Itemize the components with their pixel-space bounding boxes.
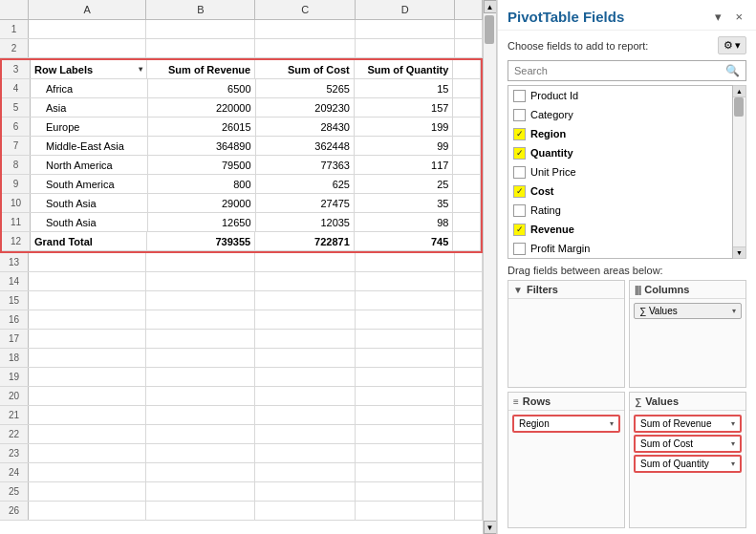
cell-6c[interactable]: 28430 — [256, 117, 355, 136]
cell-14b[interactable] — [146, 272, 255, 290]
cell-16b[interactable] — [146, 310, 255, 329]
area-filters-content[interactable] — [508, 299, 624, 387]
panel-settings-btn[interactable]: ▾ — [711, 8, 725, 26]
field-checkbox-category[interactable] — [513, 109, 526, 121]
cell-20b[interactable] — [146, 387, 255, 405]
cell-23c[interactable] — [255, 444, 355, 462]
cell-6a[interactable]: Europe — [31, 117, 148, 136]
cell-3c[interactable]: Sum of Cost — [255, 60, 355, 78]
cell-1a[interactable] — [29, 20, 146, 38]
values-pill-quantity[interactable]: Sum of Quantity ▾ — [634, 455, 742, 473]
cell-3a[interactable]: Row Labels ▾ — [31, 60, 147, 78]
cell-14c[interactable] — [255, 272, 355, 290]
row-labels-dropdown-icon[interactable]: ▾ — [139, 60, 142, 78]
cell-17a[interactable] — [29, 330, 146, 348]
cell-13c[interactable] — [255, 253, 355, 271]
values-quantity-dropdown-icon[interactable]: ▾ — [731, 459, 735, 468]
cell-5c[interactable]: 209230 — [256, 98, 355, 117]
cell-1d[interactable] — [356, 20, 455, 38]
cell-21b[interactable] — [146, 406, 255, 424]
cell-24d[interactable] — [356, 463, 455, 481]
cell-6b[interactable]: 26015 — [148, 117, 256, 136]
cell-20c[interactable] — [255, 387, 355, 405]
cell-7a[interactable]: Middle-East Asia — [31, 137, 148, 155]
cell-26c[interactable] — [255, 502, 355, 520]
panel-scroll-up-btn[interactable]: ▲ — [733, 86, 745, 97]
panel-close-btn[interactable]: × — [731, 8, 746, 26]
cell-17b[interactable] — [146, 330, 255, 348]
cell-26d[interactable] — [356, 502, 455, 520]
cell-12a[interactable]: Grand Total — [31, 232, 147, 250]
cell-22a[interactable] — [29, 425, 146, 443]
field-checkbox-unit-price[interactable] — [513, 166, 526, 179]
field-checkbox-rating[interactable] — [513, 204, 526, 217]
panel-fields-scrollbar[interactable]: ▲ ▼ — [733, 85, 746, 259]
values-cost-dropdown-icon[interactable]: ▾ — [731, 439, 735, 448]
cell-4b[interactable]: 6500 — [148, 79, 256, 97]
col-header-c[interactable]: C — [255, 0, 356, 19]
panel-scroll-down-btn[interactable]: ▼ — [733, 246, 745, 258]
cell-8d[interactable]: 117 — [355, 156, 453, 174]
cell-13d[interactable] — [356, 253, 455, 271]
field-item-profit-margin[interactable]: Profit Margin — [508, 239, 732, 258]
cell-24c[interactable] — [255, 463, 355, 481]
cell-12d[interactable]: 745 — [355, 232, 454, 250]
cell-11c[interactable]: 12035 — [256, 213, 355, 231]
cell-22d[interactable] — [356, 425, 455, 443]
field-item-cost[interactable]: Cost — [508, 182, 732, 201]
cell-15b[interactable] — [146, 291, 255, 310]
cell-25b[interactable] — [146, 482, 255, 501]
cell-17c[interactable] — [255, 330, 355, 348]
field-item-region[interactable]: Region — [508, 124, 732, 143]
cell-1b[interactable] — [146, 20, 255, 38]
cell-11a[interactable]: South Asia — [31, 213, 148, 231]
col-header-a[interactable]: A — [29, 0, 146, 19]
columns-pill-dropdown-icon[interactable]: ▾ — [732, 307, 736, 315]
col-header-b[interactable]: B — [146, 0, 255, 19]
cell-19a[interactable] — [29, 368, 146, 386]
cell-2d[interactable] — [356, 39, 455, 57]
cell-4c[interactable]: 5265 — [256, 79, 355, 97]
cell-3d[interactable]: Sum of Quantity — [355, 60, 454, 78]
scroll-down-btn[interactable]: ▼ — [484, 521, 497, 534]
panel-scroll-track[interactable] — [733, 97, 745, 246]
cell-19d[interactable] — [356, 368, 455, 386]
cell-9c[interactable]: 625 — [256, 175, 355, 193]
cell-2a[interactable] — [29, 39, 146, 57]
cell-10d[interactable]: 35 — [355, 194, 453, 212]
cell-21d[interactable] — [356, 406, 455, 424]
cell-23d[interactable] — [356, 444, 455, 462]
cell-2b[interactable] — [146, 39, 255, 57]
field-item-unit-price[interactable]: Unit Price — [508, 162, 732, 182]
cell-7d[interactable]: 99 — [355, 137, 453, 155]
field-item-category[interactable]: Category — [508, 105, 732, 124]
cell-18a[interactable] — [29, 349, 146, 367]
field-checkbox-product-id[interactable] — [513, 90, 526, 102]
cell-9b[interactable]: 800 — [148, 175, 256, 193]
cell-24a[interactable] — [29, 463, 146, 481]
cell-11b[interactable]: 12650 — [148, 213, 256, 231]
field-item-rating[interactable]: Rating — [508, 201, 732, 220]
cell-20d[interactable] — [356, 387, 455, 405]
cell-20a[interactable] — [29, 387, 146, 405]
cell-13b[interactable] — [146, 253, 255, 271]
field-item-revenue[interactable]: Revenue — [508, 220, 732, 239]
cell-16a[interactable] — [29, 310, 146, 329]
scroll-track[interactable] — [484, 13, 497, 521]
rows-pill-region[interactable]: Region ▾ — [512, 415, 620, 433]
cell-15a[interactable] — [29, 291, 146, 310]
cell-23a[interactable] — [29, 444, 146, 462]
cell-10a[interactable]: South Asia — [31, 194, 148, 212]
cell-4a[interactable]: Africa — [31, 79, 148, 97]
field-checkbox-profit-margin[interactable] — [513, 243, 526, 255]
cell-25a[interactable] — [29, 482, 146, 501]
cell-8a[interactable]: North America — [31, 156, 148, 174]
values-revenue-dropdown-icon[interactable]: ▾ — [731, 419, 735, 428]
cell-1c[interactable] — [255, 20, 355, 38]
cell-25c[interactable] — [255, 482, 355, 501]
cell-19c[interactable] — [255, 368, 355, 386]
cell-14a[interactable] — [29, 272, 146, 290]
cell-18b[interactable] — [146, 349, 255, 367]
field-checkbox-revenue[interactable] — [513, 224, 526, 236]
cell-7c[interactable]: 362448 — [256, 137, 355, 155]
